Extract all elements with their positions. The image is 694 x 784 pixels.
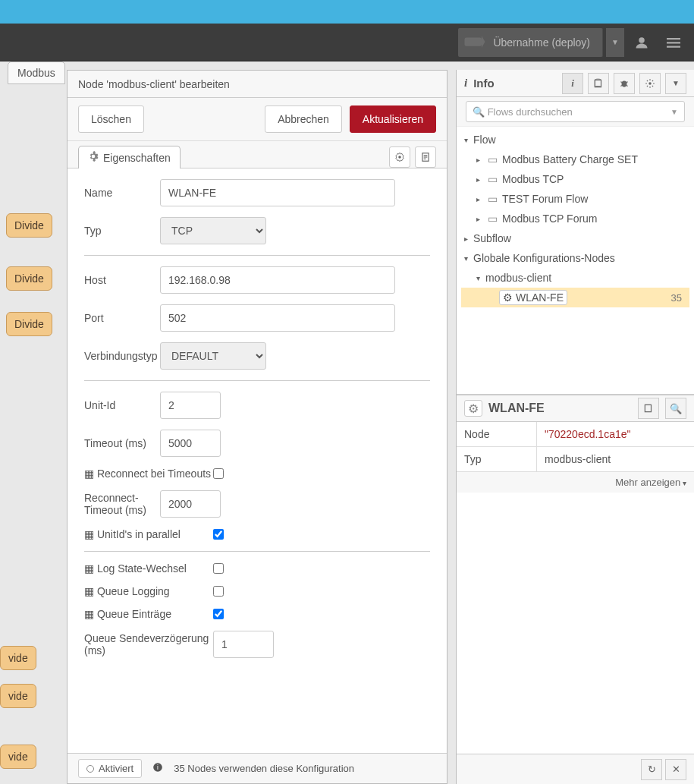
tree-modbus-client[interactable]: ▾modbus-client bbox=[461, 268, 689, 288]
node-label: Node bbox=[457, 422, 537, 446]
delete-button[interactable]: Löschen bbox=[78, 105, 144, 133]
deploy-label: Übernahme (deploy) bbox=[493, 36, 590, 49]
gear-icon: ⚙ bbox=[464, 400, 482, 417]
usage-text: 35 Nodes verwenden diese Konfiguration bbox=[174, 763, 354, 774]
tree-item[interactable]: ▸▭Modbus Battery Charge SET bbox=[461, 150, 689, 169]
logstate-label: ▦ Log State-Wechsel bbox=[84, 562, 213, 575]
header-bar: Übernahme (deploy) ▼ bbox=[0, 24, 694, 61]
gear-icon: ⚙ bbox=[503, 291, 513, 304]
svg-rect-5 bbox=[667, 46, 680, 47]
book-icon[interactable] bbox=[638, 398, 659, 419]
cancel-button[interactable]: Abbrechen bbox=[265, 105, 342, 133]
logstate-checkbox[interactable] bbox=[213, 563, 224, 574]
reconnect-checkbox[interactable] bbox=[213, 468, 224, 479]
deploy-dropdown[interactable]: ▼ bbox=[606, 28, 624, 57]
queuelog-checkbox[interactable] bbox=[213, 586, 224, 597]
svg-text:i: i bbox=[157, 764, 159, 771]
tree-item[interactable]: ▸▭Modbus TCP bbox=[461, 169, 689, 189]
outline-tree[interactable]: ▾Flow ▸▭Modbus Battery Charge SET ▸▭Modb… bbox=[457, 126, 694, 395]
conn-label: Verbindungstyp bbox=[84, 350, 160, 362]
refresh-icon[interactable]: ↻ bbox=[641, 759, 662, 780]
circle-icon bbox=[86, 765, 94, 773]
svg-line-14 bbox=[620, 81, 622, 82]
reconnect-timeout-input[interactable] bbox=[160, 490, 221, 518]
usage-badge: 35 bbox=[671, 292, 682, 304]
queueentries-label: ▦ Queue Einträge bbox=[84, 608, 213, 620]
timeout-label: Timeout (ms) bbox=[84, 437, 160, 449]
tree-subflow[interactable]: ▸Subflow bbox=[461, 228, 689, 248]
settings-tab-icon[interactable] bbox=[389, 146, 410, 168]
flow-node[interactable]: Divide bbox=[6, 213, 52, 238]
conn-select[interactable]: DEFAULT bbox=[160, 342, 266, 370]
reconnect-label: ▦ Reconnect bei Timeouts bbox=[84, 468, 213, 480]
enabled-toggle[interactable]: Aktiviert bbox=[78, 759, 142, 778]
detail-title: WLAN-FE bbox=[488, 401, 632, 415]
host-input[interactable] bbox=[160, 266, 395, 294]
close-icon[interactable]: ✕ bbox=[665, 759, 686, 780]
help-tab-icon[interactable] bbox=[588, 73, 609, 94]
queuedelay-input[interactable] bbox=[213, 631, 274, 658]
svg-rect-0 bbox=[465, 37, 482, 46]
info-tab-icon[interactable]: i bbox=[562, 73, 583, 94]
doc-tab-icon[interactable] bbox=[415, 146, 436, 168]
svg-point-18 bbox=[648, 82, 652, 85]
parallel-label: ▦ UnitId's in parallel bbox=[84, 528, 213, 540]
port-label: Port bbox=[84, 312, 160, 324]
dialog-title: Node 'modbus-client' bearbeiten bbox=[68, 71, 447, 98]
sidebar-caret[interactable]: ▼ bbox=[665, 73, 686, 94]
svg-rect-4 bbox=[667, 42, 680, 43]
top-blue-bar bbox=[0, 0, 694, 24]
queuedelay-label: Queue Sendeverzögerung (ms) bbox=[84, 632, 213, 656]
timeout-input[interactable] bbox=[160, 430, 221, 457]
flow-node[interactable]: vide bbox=[0, 646, 36, 670]
svg-line-15 bbox=[626, 81, 627, 82]
type-value: modbus-client bbox=[537, 447, 694, 471]
deploy-icon bbox=[464, 35, 487, 50]
sidebar-title: Info bbox=[473, 77, 495, 90]
svg-line-17 bbox=[626, 85, 627, 86]
tree-item[interactable]: ▸▭Modbus TCP Forum bbox=[461, 209, 689, 228]
deploy-button[interactable]: Übernahme (deploy) bbox=[458, 28, 603, 57]
edit-dialog: Node 'modbus-client' bearbeiten Löschen … bbox=[67, 70, 447, 784]
name-label: Name bbox=[84, 187, 160, 199]
debug-tab-icon[interactable] bbox=[614, 73, 635, 94]
queueentries-checkbox[interactable] bbox=[213, 609, 224, 619]
svg-point-2 bbox=[639, 37, 645, 43]
form-body: Name Typ TCP Host Port Verbindungstyp DE… bbox=[68, 168, 447, 753]
gear-icon bbox=[88, 151, 99, 164]
flow-node[interactable]: vide bbox=[0, 684, 36, 708]
tree-global[interactable]: ▾Globale Konfigurations-Nodes bbox=[461, 248, 689, 268]
info-table: Node "70220ecd.1ca1e" Typ modbus-client bbox=[457, 422, 694, 472]
node-id: "70220ecd.1ca1e" bbox=[537, 422, 694, 446]
type-label: Typ bbox=[457, 447, 537, 471]
update-button[interactable]: Aktualisieren bbox=[350, 105, 436, 133]
flow-node[interactable]: vide bbox=[0, 745, 36, 769]
sidebar: i Info i ▼ 🔍 Flows durchsuchen ▼ ▾Flow ▸… bbox=[456, 70, 694, 784]
show-more[interactable]: Mehr anzeigen bbox=[457, 472, 694, 493]
tree-item[interactable]: ▸▭TEST Forum Flow bbox=[461, 189, 689, 209]
properties-tab[interactable]: Eigenschaften bbox=[78, 146, 181, 168]
flow-node[interactable]: Divide bbox=[6, 266, 52, 291]
tree-flow[interactable]: ▾Flow bbox=[461, 130, 689, 150]
tree-wlanfe[interactable]: ⚙WLAN-FE 35 bbox=[461, 288, 689, 307]
flow-node[interactable]: Divide bbox=[6, 312, 52, 336]
workspace-tab[interactable]: Modbus bbox=[8, 61, 65, 84]
type-select[interactable]: TCP bbox=[160, 217, 266, 244]
svg-marker-1 bbox=[482, 36, 485, 48]
search-icon-btn[interactable]: 🔍 bbox=[665, 398, 686, 419]
type-label: Typ bbox=[84, 225, 160, 237]
reconnect-timeout-label: Reconnect-Timeout (ms) bbox=[84, 492, 160, 516]
config-tab-icon[interactable] bbox=[639, 73, 661, 94]
search-input[interactable]: 🔍 Flows durchsuchen ▼ bbox=[466, 101, 685, 122]
svg-point-13 bbox=[622, 80, 627, 87]
unitid-input[interactable] bbox=[160, 392, 221, 419]
svg-rect-3 bbox=[667, 38, 680, 39]
parallel-checkbox[interactable] bbox=[213, 529, 224, 540]
svg-point-6 bbox=[398, 156, 401, 159]
info-i-icon: i bbox=[464, 77, 467, 90]
properties-tab-label: Eigenschaften bbox=[103, 152, 171, 164]
menu-icon[interactable] bbox=[659, 28, 688, 57]
name-input[interactable] bbox=[160, 179, 395, 206]
user-icon[interactable] bbox=[627, 28, 656, 57]
port-input[interactable] bbox=[160, 304, 395, 332]
